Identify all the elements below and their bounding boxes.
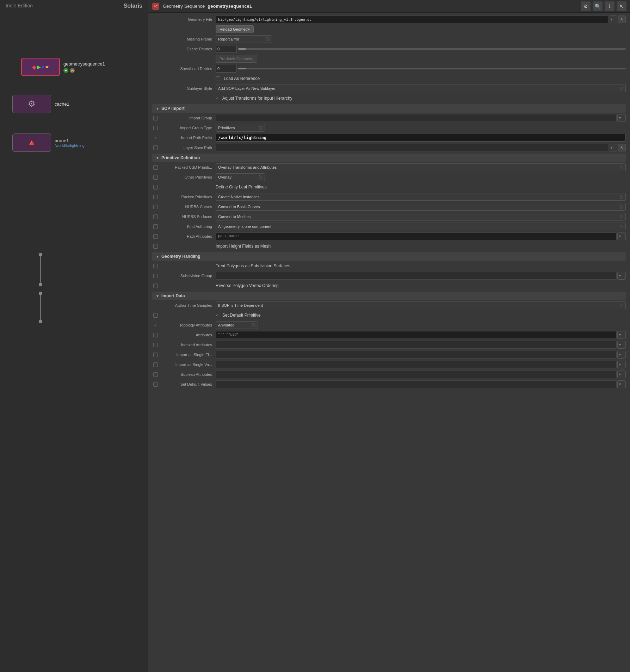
subdivision-group-checkbox[interactable] [153,274,158,278]
path-attributes-checkbox[interactable] [153,234,158,239]
attributes-input-group: * ^*_* *usd* ▼ [216,331,626,339]
import-as-single-el-label: Import as Single El... [161,353,216,357]
geometry-file-browse-btn[interactable]: ↖ [618,15,626,23]
treat-polygons-checkbox[interactable] [153,264,158,268]
import-path-prefix-cb-col: ✓ [152,136,161,140]
set-default-values-dropdown-btn[interactable]: ▼ [617,380,626,388]
packed-usd-checkbox[interactable] [153,165,158,170]
cache-frames-track[interactable] [238,48,626,50]
import-as-single-el-input[interactable] [216,351,617,359]
layer-save-path-input[interactable] [216,144,608,151]
node-prune[interactable]: 🔺 prune1 /world/fx/lightning [12,133,85,152]
load-as-reference-checkbox[interactable] [216,76,220,81]
import-path-prefix-input[interactable]: /world/fx/lightning [216,134,626,142]
node-cache[interactable]: ⚙ cache1 [12,95,69,113]
attributes-row: Attributes * ^*_* *usd* ▼ [152,330,626,340]
packed-primitives-cb-col [152,195,161,199]
primitive-definition-section-header[interactable]: ▼ Primitive Definition [152,154,626,162]
attributes-input[interactable]: * ^*_* *usd* [216,331,617,339]
import-group-input[interactable] [216,114,617,122]
node-canvas: ◆ ▶ ■ ★ geometrysequence1 ● 🔒 ⚙ cache1 [0,12,148,670]
import-as-single-el-dropdown-btn[interactable]: ▼ [617,351,626,359]
define-only-leaf-text: Define Only Leaf Primitives [216,185,267,189]
geometry-file-dropdown[interactable]: ▼ [609,15,617,23]
set-default-values-label: Set Default Values [161,382,216,386]
import-as-single-va-label: Import as Single Va... [161,362,216,367]
attributes-checkbox[interactable] [153,333,158,337]
search-button[interactable]: 🔍 [593,1,603,11]
import-group-type-row: Import Group Type Primitives ⬛ [152,123,626,132]
attributes-dropdown-btn[interactable]: ▼ [617,331,626,339]
node-geo[interactable]: ◆ ▶ ■ ★ geometrysequence1 ● 🔒 [21,58,105,76]
packed-usd-dropdown[interactable]: Overlay Transforms and Attributes ⬛ [216,163,626,171]
import-as-single-va-dropdown-btn[interactable]: ▼ [617,361,626,368]
kind-authoring-checkbox[interactable] [153,224,158,229]
boolean-attributes-dropdown-btn[interactable]: ▼ [617,371,626,378]
reverse-polygon-text: Reverse Polygon Vertex Ordering [216,283,279,288]
right-panel: Geometry Sequence geometrysequence1 ⚙ 🔍 … [148,0,630,672]
subdivision-group-input[interactable] [216,272,617,280]
prefetch-geometry-button[interactable]: Pre-fetch Geometry [216,55,257,63]
attributes-value: * ^*_* *usd* ▼ [216,331,626,339]
reverse-polygon-checkbox[interactable] [153,284,158,288]
indexed-attributes-input[interactable] [216,341,617,349]
define-only-leaf-checkbox[interactable] [153,185,158,189]
missing-frame-dropdown[interactable]: Report Error ⬛ [216,35,272,43]
layer-save-path-dropdown-btn[interactable]: ▼ [609,144,617,151]
boolean-attributes-input[interactable] [216,371,617,378]
geometry-handling-section-header[interactable]: ▼ Geometry Handling [152,252,626,261]
packed-primitives-checkbox[interactable] [153,195,158,199]
import-as-single-el-checkbox[interactable] [153,353,158,357]
reload-geometry-button[interactable]: Reload Geometry [216,25,254,33]
nurbs-surfaces-checkbox[interactable] [153,214,158,219]
path-attributes-dropdown-btn[interactable]: ▼ [617,232,626,240]
reverse-polygon-row: Reverse Polygon Vertex Ordering [152,281,626,290]
set-default-values-checkbox[interactable] [153,382,158,387]
set-default-primitive-checkbox[interactable] [153,313,158,318]
packed-primitives-dropdown[interactable]: Create Native Instances ⬛ [216,193,626,201]
settings-button[interactable]: ⚙ [581,1,591,11]
attributes-cb-col [152,333,161,337]
set-default-values-chevron: ▼ [618,382,622,386]
import-group-checkbox[interactable] [153,116,158,120]
missing-frame-row: Missing Frame Report Error ⬛ [152,35,626,44]
import-data-section-header[interactable]: ▼ Import Data [152,292,626,300]
sop-import-section-header[interactable]: ▼ SOP Import [152,104,626,113]
layer-save-path-browse-btn[interactable]: ↖ [618,144,626,151]
import-as-single-el-row: Import as Single El... ▼ [152,350,626,359]
import-group-dropdown-btn[interactable]: ▼ [617,114,626,122]
subdivision-group-cb-col [152,274,161,278]
import-as-single-va-checkbox[interactable] [153,362,158,367]
import-as-single-va-chevron: ▼ [618,363,622,366]
import-group-type-checkbox[interactable] [153,126,158,130]
import-height-fields-checkbox[interactable] [153,244,158,249]
layer-save-path-checkbox[interactable] [153,145,158,150]
import-group-cb-col [152,116,161,120]
info-button[interactable]: ℹ [605,1,614,11]
sublayer-style-dropdown[interactable]: Add SOP Layer As New Sublayer ⬛ [216,85,626,92]
other-primitives-dropdown[interactable]: Overlay ⬛ [216,173,265,181]
path-attributes-input[interactable]: path , name [216,232,617,240]
subdivision-group-dropdown-btn[interactable]: ▼ [617,272,626,280]
author-time-samples-dropdown[interactable]: If SOP is Time Dependent ⬛ [216,301,626,309]
save-load-retries-track[interactable] [238,68,626,69]
indexed-attributes-dropdown-btn[interactable]: ▼ [617,341,626,349]
geometry-file-value: hip/geo/lightning/v1/lightning_v1.$F.bge… [216,15,626,23]
other-primitives-checkbox[interactable] [153,175,158,180]
boolean-attributes-checkbox[interactable] [153,372,158,377]
nurbs-surfaces-dropdown[interactable]: Convert to Meshes ⬛ [216,213,626,220]
save-load-retries-input[interactable] [216,65,237,73]
import-as-single-va-input[interactable] [216,361,617,368]
nurbs-curves-checkbox[interactable] [153,205,158,209]
nurbs-curves-dropdown[interactable]: Convert to Basis Curves ⬛ [216,203,626,211]
cache-frames-input[interactable] [216,45,237,53]
indexed-attributes-checkbox[interactable] [153,343,158,347]
topology-attributes-dropdown[interactable]: Animated ⬛ [216,321,258,329]
geo-icon-green: ▶ [37,64,41,70]
geometry-file-input[interactable]: hip/geo/lightning/v1/lightning_v1.$F.bge… [216,15,608,23]
cursor-button[interactable]: ↖ [617,1,626,11]
set-default-values-input[interactable] [216,380,617,388]
import-group-type-dropdown[interactable]: Primitives ⬛ [216,124,265,132]
kind-authoring-dropdown[interactable]: All geometry is one component ⬛ [216,223,626,230]
other-primitives-value: Overlay ⬛ [216,173,626,181]
